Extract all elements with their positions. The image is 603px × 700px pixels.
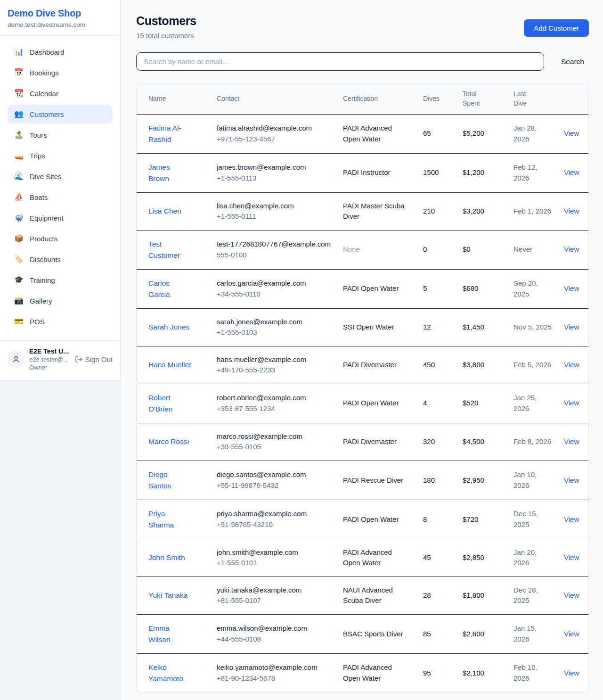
- sidebar-item-equipment[interactable]: 🤿 Equipment: [8, 208, 113, 227]
- customer-dives: 320: [417, 423, 457, 461]
- customer-name-link[interactable]: John Smith: [148, 552, 185, 563]
- sidebar-item-trips[interactable]: 🚤 Trips: [8, 146, 113, 165]
- customer-name-link[interactable]: Priya Sharma: [148, 508, 192, 531]
- dive-sites-icon: 🌊: [14, 173, 24, 180]
- customer-phone: +971-55-123-4567: [217, 134, 332, 145]
- customer-total-spent: $520: [457, 384, 508, 423]
- view-customer-link[interactable]: View: [564, 361, 579, 369]
- training-icon: 🎓: [14, 276, 24, 284]
- customer-name-link[interactable]: Yuki Tanaka: [148, 590, 187, 601]
- view-customer-link[interactable]: View: [564, 323, 579, 331]
- view-customer-link[interactable]: View: [564, 437, 579, 445]
- view-customer-link[interactable]: View: [564, 168, 579, 176]
- customer-certification: PADI Open Water: [343, 514, 399, 525]
- customer-email: robert.obrien@example.com: [217, 393, 332, 404]
- view-customer-link[interactable]: View: [564, 245, 579, 253]
- table-row: Priya Sharma priya.sharma@example.com +9…: [137, 500, 589, 539]
- customer-phone: +44-555-0108: [217, 634, 332, 645]
- sidebar-item-discounts[interactable]: 🏷️ Discounts: [8, 250, 113, 269]
- customer-certification: PADI Open Water: [343, 283, 399, 294]
- customer-email: hans.mueller@example.com: [217, 354, 332, 365]
- column-header-contact: Contact: [211, 83, 337, 114]
- user-email: e2e-tester@...: [29, 356, 70, 363]
- customer-total-spent: $5,200: [457, 114, 508, 153]
- customer-name-link[interactable]: James Brown: [148, 162, 192, 184]
- sidebar-item-gallery[interactable]: 📸 Gallery: [8, 291, 113, 310]
- sidebar-item-calendar[interactable]: 📆 Calendar: [8, 84, 113, 103]
- customer-total-spent: $680: [457, 269, 508, 308]
- customer-certification: PADI Open Water: [343, 398, 399, 409]
- discounts-icon: 🏷️: [14, 255, 24, 263]
- view-customer-link[interactable]: View: [564, 399, 579, 407]
- app-root: Demo Dive Shop demo.test.divestreams.com…: [0, 0, 603, 700]
- customer-last-dive: Jan 25, 2026: [508, 384, 558, 423]
- sidebar: Demo Dive Shop demo.test.divestreams.com…: [0, 0, 121, 381]
- view-customer-link[interactable]: View: [564, 553, 579, 561]
- view-customer-link[interactable]: View: [564, 129, 579, 137]
- view-customer-link[interactable]: View: [564, 207, 579, 215]
- customer-total-spent: $3,200: [457, 192, 508, 230]
- sign-out-icon: [75, 355, 82, 363]
- table-row: Keiko Yamamoto keiko.yamamoto@example.co…: [137, 653, 589, 692]
- view-customer-link[interactable]: View: [564, 284, 579, 292]
- sign-out-label: Sign Out: [85, 355, 113, 363]
- sidebar-item-dive-sites[interactable]: 🌊 Dive Sites: [8, 167, 113, 186]
- customers-icon: 👥: [14, 110, 24, 118]
- user-name: E2E Test U...: [29, 347, 70, 355]
- customer-email: john.smith@example.com: [217, 547, 332, 558]
- customers-table-card: NameContactCertificationDivesTotal Spent…: [136, 83, 589, 693]
- sign-out-button[interactable]: Sign Out: [75, 355, 113, 363]
- sidebar-item-tours[interactable]: 🏝️ Tours: [8, 125, 113, 144]
- customer-total-spent: $2,850: [457, 539, 508, 576]
- customer-phone: +39-555-0105: [217, 442, 332, 453]
- table-row: Robert O'Brien robert.obrien@example.com…: [137, 384, 589, 423]
- customer-name-link[interactable]: Robert O'Brien: [148, 392, 192, 415]
- view-customer-link[interactable]: View: [564, 515, 579, 523]
- customer-total-spent: $720: [457, 500, 508, 539]
- customer-name-link[interactable]: Sarah Jones: [148, 321, 189, 333]
- customer-name-link[interactable]: Carlos Garcia: [148, 278, 192, 300]
- customer-total-spent: $1,450: [457, 308, 508, 346]
- customer-dives: 8: [417, 500, 457, 539]
- customer-name-link[interactable]: Hans Mueller: [148, 359, 191, 371]
- add-customer-button[interactable]: Add Customer: [524, 19, 589, 37]
- customer-name-link[interactable]: Keiko Yamamoto: [148, 662, 192, 684]
- customer-name-link[interactable]: Lisa Chen: [148, 206, 181, 217]
- customer-dives: 65: [417, 114, 457, 153]
- sidebar-item-products[interactable]: 📦 Products: [8, 229, 113, 248]
- boats-icon: ⛵: [14, 193, 24, 201]
- sidebar-item-training[interactable]: 🎓 Training: [8, 271, 113, 289]
- search-row: Search: [136, 52, 589, 71]
- sidebar-item-pos[interactable]: 💳 POS: [8, 312, 113, 331]
- sidebar-nav: 📊 Dashboard 📅 Bookings 📆 Calendar 👥 Cust…: [0, 36, 120, 338]
- customer-name-link[interactable]: Emma Wilson: [148, 623, 192, 645]
- customer-name-link[interactable]: Fatima Al-Rashid: [148, 123, 192, 145]
- customer-email: carlos.garcia@example.com: [217, 278, 332, 289]
- customer-last-dive: Jan 15, 2026: [508, 614, 558, 653]
- view-customer-link[interactable]: View: [564, 669, 579, 677]
- sidebar-item-dashboard[interactable]: 📊 Dashboard: [8, 42, 113, 61]
- customer-name-link[interactable]: Diego Santos: [148, 469, 192, 492]
- search-input[interactable]: [136, 52, 544, 71]
- customer-last-dive: Jan 20, 2026: [508, 539, 558, 576]
- sidebar-item-bookings[interactable]: 📅 Bookings: [8, 63, 113, 82]
- customer-certification: PADI Divemaster: [343, 436, 397, 447]
- search-button[interactable]: Search: [556, 55, 589, 69]
- sidebar-item-customers[interactable]: 👥 Customers: [8, 105, 113, 124]
- customer-certification: PADI Advanced Open Water: [343, 662, 405, 684]
- column-header-certification: Certification: [337, 83, 417, 114]
- sidebar-item-boats[interactable]: ⛵ Boats: [8, 188, 113, 206]
- view-customer-link[interactable]: View: [564, 591, 579, 599]
- view-customer-link[interactable]: View: [564, 476, 579, 484]
- customer-name-link[interactable]: Test Customer: [148, 239, 192, 261]
- table-row: James Brown james.brown@example.com +1-5…: [137, 153, 589, 192]
- customer-email: james.brown@example.com: [217, 162, 332, 173]
- customer-certification: PADI Advanced Open Water: [343, 547, 405, 568]
- customer-name-link[interactable]: Marco Rossi: [148, 436, 189, 447]
- table-row: Yuki Tanaka yuki.tanaka@example.com +81-…: [137, 576, 589, 614]
- view-customer-link[interactable]: View: [564, 630, 579, 638]
- avatar: [8, 351, 24, 368]
- page-title: Customers: [136, 14, 196, 28]
- customer-phone: +91-98765-43210: [217, 519, 332, 530]
- customers-table: NameContactCertificationDivesTotal Spent…: [137, 83, 589, 692]
